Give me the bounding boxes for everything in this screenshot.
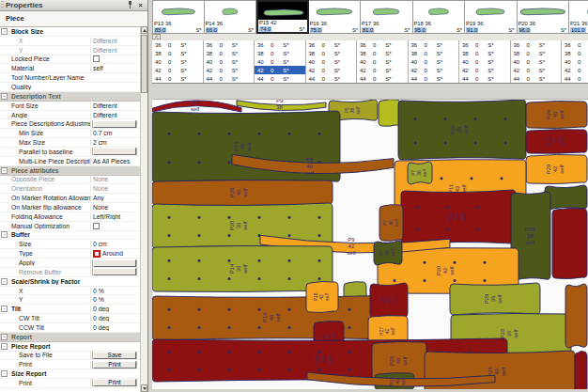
print-button[interactable]: Print: [93, 379, 136, 386]
close-icon[interactable]: ×: [136, 1, 145, 9]
marker-piece-p14-36-self[interactable]: P1436self: [152, 245, 333, 291]
checkbox[interactable]: [93, 55, 100, 62]
size-cell-p21-36-40[interactable]: 400S*: [562, 57, 588, 66]
piece-thumb-p15-42[interactable]: P15 4274.0S*: [256, 0, 309, 34]
collapse-icon[interactable]: -: [0, 370, 8, 377]
prop-value[interactable]: Different: [90, 112, 140, 118]
size-cell-p14-36-38[interactable]: 380S*: [204, 49, 255, 57]
marker-piece-p14-40-self[interactable]: P1440self: [152, 295, 401, 340]
size-cell-p18-36-36[interactable]: 360S*: [409, 40, 459, 49]
marker-piece-p11-44-self[interactable]: P1144self: [401, 190, 516, 244]
prop-row-quality[interactable]: Quality: [0, 83, 140, 92]
collapse-icon[interactable]: -: [0, 278, 8, 285]
marker-piece-p29-44-self[interactable]: P2944self: [370, 283, 408, 318]
prop-row-orientation[interactable]: OrientationNone: [0, 184, 140, 194]
size-cell-p13-36-38[interactable]: 380S*: [152, 49, 203, 57]
scroll-up-icon[interactable]: [141, 26, 147, 34]
prop-row-buffer[interactable]: -Buffer: [0, 231, 140, 241]
prop-row-size-report[interactable]: -Size Report: [0, 369, 140, 379]
checkbox[interactable]: [93, 223, 100, 229]
size-cell-p18-36-44[interactable]: 440S*: [409, 74, 459, 83]
marker-piece-p7-36-self[interactable]: P736self: [408, 162, 432, 184]
size-cell-p21-36-42[interactable]: 420S*: [562, 66, 588, 74]
prop-row-x[interactable]: XDifferent: [0, 37, 140, 46]
size-cell-p19-36-40[interactable]: 400S*: [459, 57, 510, 66]
size-cell-p16-36-40[interactable]: 400S*: [306, 57, 357, 66]
prop-row-angle[interactable]: AngleDifferent: [0, 111, 140, 120]
prop-row-manual-optimization[interactable]: Manual Optimization: [0, 222, 140, 231]
collapse-icon[interactable]: -: [0, 334, 8, 340]
apply-button[interactable]: [93, 259, 136, 267]
prop-row-piece-report[interactable]: -Piece Report: [0, 342, 140, 352]
prop-row-min-size[interactable]: Min Size0.7 cm: [0, 129, 140, 138]
piece-thumb-p16-36[interactable]: P16 3675.0S*: [309, 0, 362, 34]
prop-row-print[interactable]: PrintPrint: [0, 379, 140, 388]
size-cell-p13-36-40[interactable]: 400S*: [152, 57, 203, 66]
size-cell-p16-36-38[interactable]: 380S*: [306, 49, 357, 57]
prop-value[interactable]: As All Pieces: [90, 158, 140, 165]
prop-value[interactable]: Save: [90, 352, 140, 359]
pin-icon[interactable]: [126, 1, 134, 9]
prop-value[interactable]: 0 deg: [90, 306, 140, 312]
prop-row-cw-tilt[interactable]: CW Tilt0 deg: [0, 314, 140, 323]
piece-thumb-p14-36[interactable]: P14 3666.0S*: [205, 0, 257, 34]
prop-value[interactable]: 0 %: [90, 296, 140, 303]
marker-piece-edge-10[interactable]: [545, 185, 587, 210]
prop-value[interactable]: Around: [90, 250, 140, 258]
prop-value[interactable]: 0 %: [90, 288, 140, 294]
prop-value[interactable]: None: [90, 204, 140, 211]
prop-value[interactable]: 0.7 cm: [90, 130, 140, 136]
prop-row-x[interactable]: X0 %: [0, 287, 140, 296]
prop-row-tool-number-layer-name[interactable]: Tool Number/Layer Name: [0, 73, 140, 83]
prop-value[interactable]: 0 cm: [90, 241, 140, 247]
collapse-icon[interactable]: -: [0, 306, 8, 312]
size-cell-p20-36-44[interactable]: 440S*: [511, 74, 562, 83]
size-cell-p14-36-42[interactable]: 420S*: [204, 66, 255, 74]
marker-piece-edge-30[interactable]: [565, 284, 587, 348]
prop-row-tilt[interactable]: -Tilt0 deg: [0, 305, 140, 314]
prop-value[interactable]: [90, 148, 140, 155]
piece-thumb-p17-36[interactable]: P17 3681.0S*: [361, 0, 413, 34]
size-cell-p18-36-42[interactable]: 420S*: [409, 66, 459, 74]
size-cell-p17-36-40[interactable]: 400S*: [357, 57, 408, 66]
prop-value[interactable]: [90, 55, 140, 62]
size-cell-p13-36-36[interactable]: 360S*: [152, 40, 203, 49]
marker-piece-edge-3[interactable]: [379, 100, 400, 126]
prop-value[interactable]: Different: [90, 47, 140, 54]
prop-value[interactable]: Print: [90, 379, 140, 386]
marker-piece-p29-36-self[interactable]: P2936self: [450, 283, 540, 315]
piece-outline[interactable]: [545, 185, 587, 210]
size-cell-p16-36-42[interactable]: 420S*: [306, 66, 357, 74]
prop-value[interactable]: [90, 120, 140, 128]
marker-piece-edge-17[interactable]: [552, 208, 587, 278]
marker-piece-p7-38-self[interactable]: P738self: [374, 241, 402, 265]
print-button[interactable]: Print: [93, 361, 136, 368]
remove-buffer-button[interactable]: [93, 268, 136, 275]
marker-piece-p15-44-self[interactable]: P1544self: [526, 130, 587, 154]
collapse-icon[interactable]: -: [0, 167, 8, 174]
piece-thumb-p18-36[interactable]: P18 3695.0S*: [413, 0, 466, 34]
piece-thumb-p21-36[interactable]: P21 36101.0S*: [569, 0, 588, 34]
prop-row-on-marker-rotation-allowance[interactable]: On Marker Rotation AllowanceAny: [0, 194, 140, 203]
size-cell-p20-36-40[interactable]: 400S*: [511, 57, 562, 66]
marker-piece-p18-42-self[interactable]: P1842self: [306, 281, 338, 312]
prop-row-folding-allowance[interactable]: Folding AllowanceLeft/Right: [0, 212, 140, 222]
size-cell-p15-42-38[interactable]: 380S*: [255, 49, 305, 57]
marker-piece-p20-40-self[interactable]: P2040self: [152, 180, 333, 205]
size-cell-p14-36-36[interactable]: 360S*: [204, 40, 255, 49]
prop-value[interactable]: Print: [90, 361, 140, 368]
marker-piece-p29-42-self[interactable]: P2942self: [526, 154, 587, 183]
prop-row-apply[interactable]: Apply: [0, 259, 140, 268]
size-cell-p16-36-44[interactable]: 440S*: [306, 74, 357, 83]
piece-outline[interactable]: [379, 100, 400, 126]
prop-value[interactable]: 0 deg: [90, 324, 140, 331]
prop-row-report[interactable]: -Report: [0, 333, 140, 342]
size-cell-p20-36-36[interactable]: 360S*: [511, 40, 562, 49]
size-cell-p14-36-44[interactable]: 440S*: [204, 74, 255, 83]
prop-value[interactable]: 2 cm: [90, 139, 140, 146]
prop-value[interactable]: self: [90, 65, 140, 71]
prop-row-locked-piece[interactable]: Locked Piece: [0, 55, 140, 65]
checkbox[interactable]: [93, 250, 101, 258]
size-cell-p20-36-42[interactable]: 420S*: [511, 66, 562, 74]
prop-row-piece-descriptions-adjustment[interactable]: Piece Descriptions Adjustment: [0, 119, 140, 129]
